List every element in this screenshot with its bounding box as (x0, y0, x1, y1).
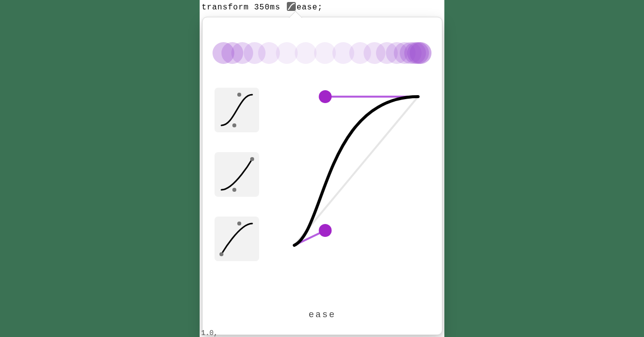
svg-point-3 (250, 157, 254, 161)
svg-point-1 (237, 93, 241, 97)
svg-point-4 (219, 252, 223, 256)
easing-preview-strip (203, 26, 442, 66)
preset-list (215, 88, 262, 281)
code-prefix: transform 350ms (202, 3, 286, 12)
code-suffix: ; (318, 3, 323, 12)
svg-point-5 (237, 222, 241, 225)
background-text-bottom: 1.0, (201, 329, 218, 337)
page-gutter-left (0, 0, 200, 337)
preview-dot (410, 42, 431, 64)
bezier-handle-1[interactable] (319, 224, 332, 237)
css-code-line: transform 350ms ease; (200, 0, 444, 19)
page-gutter-right (444, 0, 644, 337)
bezier-swatch-icon[interactable] (287, 2, 296, 11)
code-easing-value: ease (297, 3, 318, 12)
preset-ease-out[interactable] (215, 217, 259, 261)
bezier-handle-2[interactable] (319, 90, 332, 103)
svg-point-0 (232, 123, 236, 127)
linear-reference-line (294, 97, 418, 245)
preview-dot (295, 42, 317, 64)
svg-point-2 (232, 188, 236, 192)
document-column: transform 350ms ease; ease 1.0, (200, 0, 444, 337)
easing-name-label: ease (203, 310, 442, 320)
bezier-curve-canvas[interactable] (289, 92, 423, 250)
preset-ease-in-out[interactable] (215, 88, 259, 132)
preset-ease-in[interactable] (215, 152, 259, 197)
bezier-editor-popover: ease (202, 17, 442, 335)
